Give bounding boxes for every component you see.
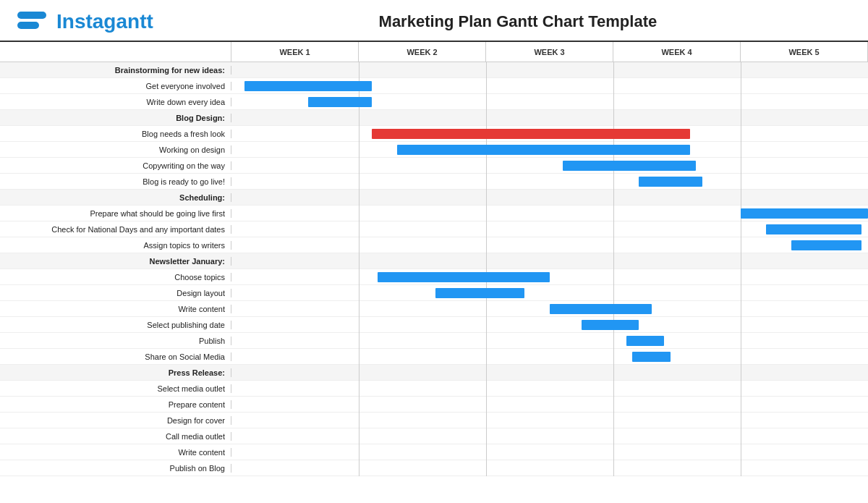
gantt-row: Write content (0, 301, 868, 317)
gantt-bars-cell (231, 460, 868, 476)
week-divider (359, 301, 359, 317)
week-divider (613, 78, 614, 94)
week-divider (741, 174, 741, 190)
week-divider (359, 206, 359, 221)
week-divider (486, 413, 487, 428)
week-divider (486, 206, 487, 221)
week-divider (613, 349, 614, 365)
gantt-bars-cell (231, 158, 868, 174)
week-divider (613, 253, 614, 269)
gantt-bars-cell (231, 317, 868, 333)
week-divider (613, 221, 614, 237)
task-label: Assign topics to writers (0, 241, 231, 250)
week-divider (486, 333, 487, 349)
gantt-row: Newsletter January: (0, 253, 868, 269)
gantt-bars-cell (231, 413, 868, 428)
gantt-bar (626, 336, 665, 346)
week-divider (741, 126, 741, 142)
gantt-chart: WEEK 1WEEK 2WEEK 3WEEK 4WEEK 5 Brainstor… (0, 42, 868, 493)
week-divider (613, 285, 614, 301)
task-label: Call media outlet (0, 432, 231, 441)
gantt-bar (563, 161, 697, 171)
week-divider (359, 413, 359, 428)
task-label: Share on Social Media (0, 352, 231, 361)
task-label: Write content (0, 305, 231, 313)
task-label: Design for cover (0, 416, 231, 425)
week-divider (359, 333, 359, 349)
week-divider (359, 460, 359, 476)
week-divider (741, 301, 741, 317)
gantt-row: Select publishing date (0, 317, 868, 333)
logo-icon (14, 9, 49, 35)
week-divider (359, 428, 359, 444)
week-divider (486, 397, 487, 413)
week-divider (741, 190, 741, 206)
week-header-5: WEEK 5 (741, 42, 868, 62)
week-divider (359, 190, 359, 206)
task-label: Publish (0, 337, 231, 345)
week-header-4: WEEK 4 (613, 42, 741, 62)
week-divider (613, 365, 614, 381)
gantt-bars-cell (231, 62, 868, 78)
gantt-bar (397, 145, 690, 155)
gantt-bar (632, 352, 671, 362)
week-divider (486, 428, 487, 444)
gantt-row: Call media outlet (0, 428, 868, 444)
week-divider (359, 158, 359, 174)
week-divider (486, 460, 487, 476)
gantt-row: Blog Design: (0, 110, 868, 126)
week-divider (486, 381, 487, 397)
gantt-row: Blog needs a fresh look (0, 126, 868, 142)
week-divider (741, 94, 741, 110)
week-divider (359, 349, 359, 365)
gantt-bar (244, 81, 372, 91)
gantt-row: Scheduling: (0, 190, 868, 206)
week-divider (741, 349, 741, 365)
week-headers: WEEK 1WEEK 2WEEK 3WEEK 4WEEK 5 (231, 42, 868, 62)
week-divider (486, 365, 487, 381)
gantt-bars-cell (231, 142, 868, 158)
week-divider (741, 142, 741, 158)
week-divider (741, 221, 741, 237)
gantt-bars-cell (231, 78, 868, 94)
week-divider (741, 381, 741, 397)
week-divider (741, 317, 741, 333)
task-label: Select media outlet (0, 384, 231, 393)
gantt-row: Publish on Blog (0, 460, 868, 476)
gantt-row: Blog is ready to go live! (0, 174, 868, 190)
week-divider (741, 158, 741, 174)
gantt-bars-cell (231, 174, 868, 190)
gantt-row: Choose topics (0, 269, 868, 285)
week-divider (359, 237, 359, 253)
gantt-bars-cell (231, 397, 868, 413)
week-header-2: WEEK 2 (359, 42, 486, 62)
gantt-bars-cell (231, 126, 868, 142)
gantt-bar (582, 320, 639, 330)
week-divider (613, 333, 614, 349)
gantt-row: Write content (0, 444, 868, 460)
week-divider (359, 62, 359, 78)
week-divider (741, 285, 741, 301)
week-divider (741, 413, 741, 428)
gantt-bar (639, 177, 702, 187)
gantt-bars-cell (231, 190, 868, 206)
week-header-row: WEEK 1WEEK 2WEEK 3WEEK 4WEEK 5 (0, 42, 868, 62)
week-divider (741, 428, 741, 444)
week-divider (359, 126, 359, 142)
chart-title: Marketing Plan Gantt Chart Template (182, 12, 854, 31)
week-divider (613, 269, 614, 285)
week-divider (486, 349, 487, 365)
week-divider (486, 190, 487, 206)
week-divider (486, 253, 487, 269)
week-divider (613, 444, 614, 460)
gantt-row: Share on Social Media (0, 349, 868, 365)
week-divider (613, 460, 614, 476)
svg-rect-1 (17, 22, 39, 29)
gantt-row: Design for cover (0, 413, 868, 428)
week-divider (613, 381, 614, 397)
gantt-row: Publish (0, 333, 868, 349)
gantt-bars-cell (231, 428, 868, 444)
gantt-bars-cell (231, 285, 868, 301)
week-divider (359, 174, 359, 190)
header: Instagantt Marketing Plan Gantt Chart Te… (0, 0, 868, 42)
